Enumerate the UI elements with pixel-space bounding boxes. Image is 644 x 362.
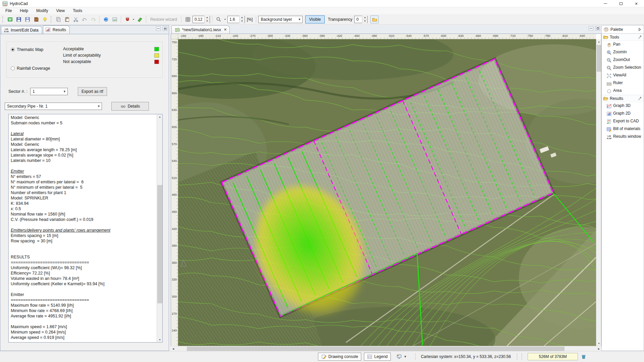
report-line: Emitters/delivery points and plants' row… [11,228,155,233]
copy-button[interactable] [54,15,62,23]
zoom-out-icon [606,57,612,63]
menu-modify[interactable]: Modify [32,8,52,14]
save-as-button[interactable] [23,15,32,23]
undo-button[interactable] [80,15,89,23]
tab-insert-edit-data[interactable]: 1,23E+03 Insert/Edit Data [1,26,42,34]
grid-icon[interactable] [183,15,192,23]
report-text[interactable]: Model: GenericSubmain nodes number = 5 L… [9,114,157,342]
zoom-spinner[interactable]: 1.6 ▲▼ [227,16,245,23]
menu-help[interactable]: Help [16,8,32,14]
restore-wizard-button[interactable]: Restore wizard [148,17,179,22]
palette-item-export-to-cad[interactable]: dxfExport to CAD [602,118,644,125]
report-line: Lateral diameter = 80[mm] [11,136,155,142]
report-line: Emitters spacing = 15 [m] [11,233,155,238]
editor-maximize-icon[interactable] [595,26,600,31]
scroll-down-icon[interactable]: ▼ [596,341,601,346]
scrollbar-thumb[interactable] [597,45,601,72]
palette-item-bill-of-materials[interactable]: Bill of materials [602,125,644,133]
report-line: Number of emitters for plant 1 [11,190,155,195]
palette-item-graph-2d[interactable]: Graph 2D [602,110,644,118]
garbage-collect-button[interactable] [579,353,588,361]
save-button[interactable] [14,15,23,23]
grid-size-spinner[interactable]: 0.12 ▲▼ [193,16,210,23]
palette-item-ruler[interactable]: Ruler [602,79,644,87]
snapshot-button[interactable] [110,15,119,23]
menu-tools[interactable]: Tools [69,8,86,14]
visible-toggle-button[interactable]: Visible [305,15,324,23]
new-document-icon: W [7,16,13,22]
exit-door-button[interactable] [32,15,40,23]
scroll-down-icon[interactable]: ▼ [157,337,163,342]
scroll-right-icon[interactable]: ▶ [596,346,601,351]
details-button[interactable]: Details [111,102,149,111]
report-line: C.V. (Pressure head variation coeff.) = … [11,217,155,222]
palette-item-pan[interactable]: Pan [602,41,644,49]
maximize-button[interactable] [613,0,629,7]
tab-simulation-document[interactable]: *newSimulation1.iwsx ✕ [171,25,230,34]
scroll-up-icon[interactable]: ▲ [157,114,163,119]
background-folder-button[interactable] [370,15,379,23]
new-document-button[interactable]: W [6,15,14,23]
ruler-label: 420 [172,227,177,231]
menu-file[interactable]: File [1,8,16,14]
rainfall-coverage-radio[interactable]: Rainfall Coverage [11,66,50,71]
map-canvas[interactable] [178,39,596,346]
ruler-label: 360 [172,261,177,264]
thematic-map-radio[interactable]: Thematic Map [11,47,43,52]
pipe-selector[interactable]: Secondary Pipe - Nr. 1 ▼ [5,103,102,110]
palette-item-area[interactable]: Area [602,87,644,95]
palette-item-zoomin[interactable]: ZoomIn [602,49,644,56]
minimize-button[interactable] [598,0,613,7]
ruler-label: -450 [354,34,360,38]
zoom-dropdown-caret[interactable] [223,16,227,22]
measure-tool-button[interactable] [136,15,144,23]
snap-magnet-button[interactable] [123,15,131,23]
palette-item-viewall[interactable]: ViewAll [602,72,644,79]
scroll-up-icon[interactable]: ▲ [596,39,601,44]
report-line: Laterals average slope = 0.02 [%] [11,153,155,158]
report-line [11,244,155,249]
sector-selector[interactable]: 1 ▼ [30,88,68,95]
zoom-tool-icon[interactable] [214,15,223,23]
palette-item-zoom-selection[interactable]: Zoom Selection [602,64,644,72]
pin-icon[interactable] [637,96,643,102]
map-vertical-scrollbar[interactable]: ▲ ▼ [596,39,601,346]
transparency-spinner[interactable]: 0 ▲▼ [354,16,368,23]
report-scrollbar[interactable]: ▲ ▼ [157,114,162,342]
panel-minimize-icon[interactable] [156,26,161,31]
palette-item-graph-3d[interactable]: Graph 3D [602,102,644,110]
scrollbar-thumb[interactable] [157,185,162,304]
editor-minimize-icon[interactable] [589,26,593,31]
export-rtf-button[interactable]: Export as rtf [78,87,107,96]
scroll-left-icon[interactable]: ◀ [171,346,176,351]
tab-results[interactable]: Results [43,25,70,34]
palette-section-tools[interactable]: Tools [602,34,644,41]
ruler-label: -330 [284,34,290,38]
map-horizontal-scrollbar[interactable]: ◀ ▶ [171,346,601,351]
report-line: Volume wasted in an hour= 78.4 [m³] [11,276,155,281]
expand-arrow-icon[interactable] [637,26,642,32]
scrollbar-thumb[interactable] [187,347,565,351]
legend-button[interactable]: Legend [364,353,391,361]
chevron-down-icon[interactable] [132,16,135,22]
menu-view[interactable]: View [52,8,69,14]
palette-item-results-window[interactable]: 1,23E+03Results window [602,133,644,141]
redo-button[interactable] [89,15,97,23]
close-button[interactable]: × [629,0,644,7]
cut-button[interactable] [71,15,80,23]
ruler-label: -570 [423,34,429,38]
layer-selector[interactable]: Background layer ▼ [258,16,303,23]
google-earth-button[interactable] [102,15,110,23]
palette-item-zoomout[interactable]: ZoomOut [602,56,644,64]
drawing-console-button[interactable]: Drawing console [318,353,361,361]
close-tab-icon[interactable]: ✕ [224,27,227,32]
ruler-label: 630 [172,108,177,112]
display-settings-button[interactable]: ▼ [393,353,410,361]
panel-maximize-icon[interactable] [163,26,167,31]
paste-button[interactable] [63,15,71,23]
view-all-icon [606,73,612,78]
pin-icon[interactable] [637,35,643,40]
palette-section-results[interactable]: Results [602,95,644,102]
hint-bulb-button[interactable] [41,15,49,23]
report-line: Emitter [11,169,155,174]
